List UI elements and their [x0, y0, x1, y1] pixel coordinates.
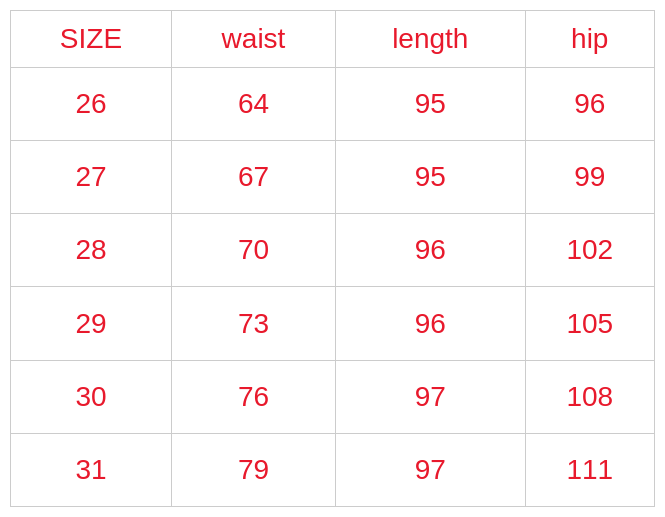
cell-r5-c1: 79: [171, 433, 335, 506]
cell-r3-c3: 105: [525, 287, 654, 360]
cell-r2-c3: 102: [525, 214, 654, 287]
cell-r1-c2: 95: [336, 141, 526, 214]
header-waist: waist: [171, 11, 335, 68]
header-hip: hip: [525, 11, 654, 68]
cell-r1-c0: 27: [11, 141, 172, 214]
table-row: 307697108: [11, 360, 655, 433]
cell-r4-c3: 108: [525, 360, 654, 433]
table-row: 297396105: [11, 287, 655, 360]
table-row: 317997111: [11, 433, 655, 506]
table-header-row: SIZE waist length hip: [11, 11, 655, 68]
cell-r5-c2: 97: [336, 433, 526, 506]
table-row: 287096102: [11, 214, 655, 287]
cell-r4-c2: 97: [336, 360, 526, 433]
size-chart-table: SIZE waist length hip 266495962767959928…: [10, 10, 655, 507]
cell-r0-c3: 96: [525, 68, 654, 141]
cell-r4-c0: 30: [11, 360, 172, 433]
cell-r1-c1: 67: [171, 141, 335, 214]
cell-r5-c0: 31: [11, 433, 172, 506]
table-row: 27679599: [11, 141, 655, 214]
cell-r2-c2: 96: [336, 214, 526, 287]
cell-r3-c1: 73: [171, 287, 335, 360]
header-size: SIZE: [11, 11, 172, 68]
cell-r2-c0: 28: [11, 214, 172, 287]
size-chart-container: SIZE waist length hip 266495962767959928…: [0, 0, 665, 517]
table-row: 26649596: [11, 68, 655, 141]
cell-r2-c1: 70: [171, 214, 335, 287]
cell-r0-c2: 95: [336, 68, 526, 141]
cell-r5-c3: 111: [525, 433, 654, 506]
cell-r1-c3: 99: [525, 141, 654, 214]
cell-r0-c1: 64: [171, 68, 335, 141]
cell-r4-c1: 76: [171, 360, 335, 433]
table-body: 2664959627679599287096102297396105307697…: [11, 68, 655, 507]
header-length: length: [336, 11, 526, 68]
cell-r0-c0: 26: [11, 68, 172, 141]
cell-r3-c2: 96: [336, 287, 526, 360]
cell-r3-c0: 29: [11, 287, 172, 360]
